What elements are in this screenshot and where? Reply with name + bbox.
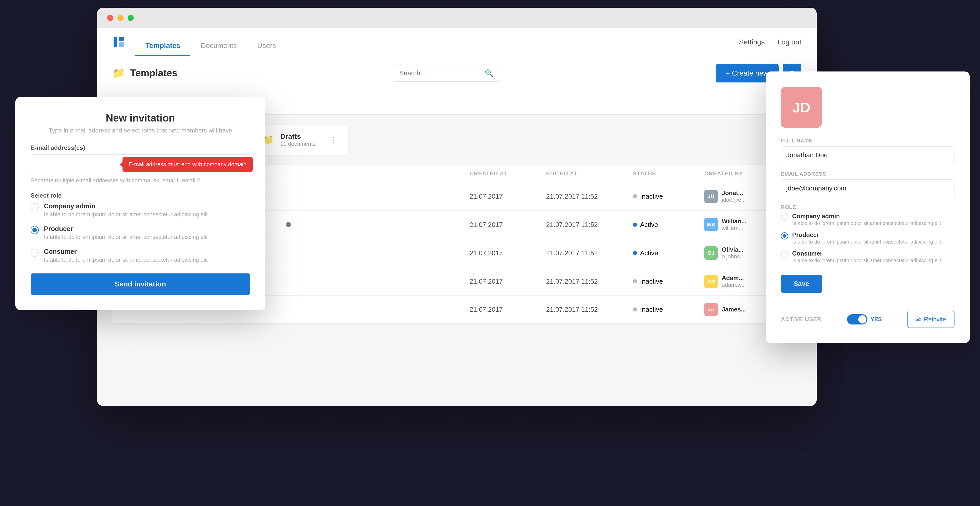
browser-dots <box>107 15 134 21</box>
role-desc: Is able to do lorem ipsum dolor sit amet… <box>44 234 208 240</box>
browser-dot-yellow[interactable] <box>118 15 124 21</box>
status-dot <box>633 279 637 283</box>
row-created-at: 21.07.2017 <box>469 306 546 313</box>
status-dot <box>633 307 637 312</box>
role-option[interactable]: Consumer Is able to do lorem ipsum dolor… <box>30 248 250 263</box>
invitation-title: New invitation <box>30 112 250 124</box>
creator-name: Adam... <box>722 274 745 282</box>
role-name: Company admin <box>792 213 941 220</box>
th-edited: EDITED AT <box>546 170 633 177</box>
active-toggle[interactable] <box>847 314 867 325</box>
email-address-input[interactable] <box>781 180 955 197</box>
nav-tab-users[interactable]: Users <box>247 28 286 56</box>
radio-button[interactable] <box>781 214 788 221</box>
error-tooltip: E-mail address must end with company dom… <box>123 157 253 172</box>
role-option[interactable]: Company admin Is able to do lorem ipsum … <box>30 202 250 218</box>
nav-tabs: Templates Documents Users <box>135 28 286 56</box>
creator-name: James... <box>722 306 746 313</box>
role-option[interactable]: Producer Is able to do lorem ipsum dolor… <box>781 231 955 245</box>
folder-name: Drafts <box>280 132 315 141</box>
toggle-switch[interactable]: YES <box>847 314 882 325</box>
toggle-knob <box>858 315 866 323</box>
user-avatar: JD <box>781 87 822 128</box>
row-status: Inactive <box>633 193 704 200</box>
email-input-wrapper: E-mail address must end with company dom… <box>30 154 250 174</box>
row-edited-at: 21.07.2017 11:52 <box>546 277 633 285</box>
status-text: Inactive <box>640 306 663 313</box>
radio-button[interactable] <box>30 226 39 234</box>
role-option[interactable]: Company admin Is able to do lorem ipsum … <box>781 213 955 226</box>
role-field: ROLE Company admin Is able to do lorem i… <box>781 204 955 264</box>
radio-button[interactable] <box>30 203 39 212</box>
user-detail-panel: JD FULL NAME EMAIL ADDRESS ROLE Company … <box>765 72 970 343</box>
search-input[interactable] <box>399 69 485 77</box>
row-edited-at: 21.07.2017 11:52 <box>546 306 633 313</box>
row-edited-at: 21.07.2017 11:52 <box>546 221 633 229</box>
email-field: EMAIL ADDRESS <box>781 171 955 197</box>
status-dot <box>633 194 637 198</box>
row-status: Active <box>633 221 704 229</box>
row-edited-at: 21.07.2017 11:52 <box>546 193 633 200</box>
avatar: WB <box>704 218 718 231</box>
toggle-label: YES <box>870 316 882 323</box>
search-bar: 🔍 <box>393 65 500 82</box>
active-user-label: ACTIVE USER <box>781 316 821 323</box>
radio-button[interactable] <box>30 249 39 257</box>
folder-card-drafts[interactable]: 📁 Drafts 11 documents ⋮ <box>251 125 348 155</box>
creator-email: o.johns... <box>722 253 745 260</box>
role-name: Producer <box>44 225 208 233</box>
svg-rect-2 <box>119 42 124 47</box>
browser-titlebar <box>97 8 817 28</box>
row-status: Inactive <box>633 306 704 313</box>
send-invitation-button[interactable]: Send invitation <box>30 274 250 295</box>
browser-dot-green[interactable] <box>127 15 134 21</box>
reinvite-button[interactable]: ✉ Reinvite <box>907 311 955 328</box>
email-hint: Separate multiple e-mail addresses with … <box>30 177 250 184</box>
status-dot <box>633 251 637 255</box>
radio-button[interactable] <box>781 251 788 258</box>
role-desc: Is able to do lorem ipsum dolor sit amet… <box>792 220 941 226</box>
role-desc: Is able to do lorem ipsum dolor sit amet… <box>792 239 941 245</box>
search-icon[interactable]: 🔍 <box>485 69 493 77</box>
creator-name: Jonat... <box>722 189 746 197</box>
avatar: JA <box>704 303 718 316</box>
page-folder-icon: 📁 <box>112 67 125 79</box>
create-new-label: + Create new <box>726 69 768 77</box>
logout-link[interactable]: Log out <box>778 38 801 46</box>
status-text: Active <box>640 249 658 257</box>
role-option[interactable]: Producer Is able to do lorem ipsum dolor… <box>30 225 250 240</box>
radio-button[interactable] <box>781 232 788 239</box>
role-name: Producer <box>792 231 941 239</box>
svg-rect-0 <box>114 37 118 47</box>
role-desc: Is able to do lorem ipsum dolor sit amet… <box>44 211 208 218</box>
page-title: Templates <box>130 68 177 79</box>
full-name-input[interactable] <box>781 146 955 164</box>
creator-info: Jonat... jdoe@e... <box>722 189 746 203</box>
email-address-label: EMAIL ADDRESS <box>781 171 955 177</box>
invitation-panel: New invitation Type in e-mail address an… <box>15 97 266 310</box>
nav-tab-documents[interactable]: Documents <box>190 28 247 56</box>
creator-info: Olivia... o.johns... <box>722 246 745 260</box>
folder-menu-icon[interactable]: ⋮ <box>330 135 338 145</box>
save-button[interactable]: Save <box>781 275 822 293</box>
row-created-at: 21.07.2017 <box>469 221 546 229</box>
row-status: Inactive <box>633 277 704 285</box>
avatar: JD <box>704 190 718 203</box>
role-option[interactable]: Consumer Is able to do lorem ipsum dolor… <box>781 250 955 264</box>
creator-email: jdoe@e... <box>722 197 746 203</box>
email-label: E-mail address(es) <box>30 144 250 151</box>
creator-email: adam.v... <box>722 282 745 288</box>
row-status: Active <box>633 249 704 257</box>
browser-dot-red[interactable] <box>107 15 113 21</box>
app-logo[interactable] <box>112 36 125 48</box>
full-name-label: FULL NAME <box>781 138 955 144</box>
settings-link[interactable]: Settings <box>739 38 765 46</box>
folder-count: 11 documents <box>280 141 315 147</box>
svg-rect-1 <box>119 37 124 41</box>
row-created-at: 21.07.2017 <box>469 277 546 285</box>
role-name: Consumer <box>44 248 208 256</box>
nav-tab-templates[interactable]: Templates <box>135 28 190 56</box>
full-name-field: FULL NAME <box>781 138 955 164</box>
row-created-at: 21.07.2017 <box>469 249 546 257</box>
panel-bottom: ACTIVE USER YES ✉ Reinvite <box>781 303 955 328</box>
